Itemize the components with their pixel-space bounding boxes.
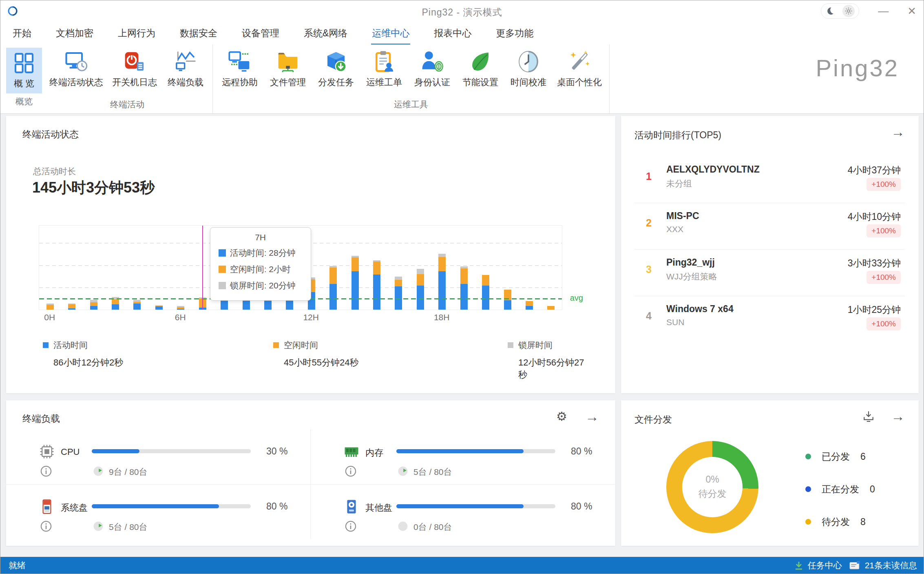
dist-legend-item[interactable]: 待分发8 bbox=[805, 514, 875, 529]
load-more-arrow-icon[interactable]: → bbox=[585, 410, 599, 423]
top5-item-4[interactable]: 4Windows 7 x64SUN1小时25分钟+100% bbox=[634, 296, 905, 342]
ribbon-button-distribute-box[interactable]: 分发任务 bbox=[313, 48, 359, 91]
legend-item[interactable]: 活动时间86小时12分钟2秒 bbox=[43, 339, 273, 381]
magic-wand-icon bbox=[568, 50, 591, 73]
ribbon-button-energy-leaf[interactable]: 节能设置 bbox=[458, 48, 503, 91]
metric-label: CPU bbox=[61, 447, 80, 457]
ribbon-button-label: 节能设置 bbox=[462, 76, 498, 89]
dist-legend-item[interactable]: 正在分发0 bbox=[805, 482, 875, 496]
overview-button[interactable]: 概 览 bbox=[6, 48, 42, 93]
avg-label: avg bbox=[570, 293, 583, 303]
menu-item-1[interactable]: 开始 bbox=[12, 24, 32, 42]
menu-item-5[interactable]: 设备管理 bbox=[241, 24, 280, 42]
distribute-box-icon bbox=[325, 50, 347, 73]
top5-item-1[interactable]: 1AELXQLYDYVOLTNZ未分组4小时37分钟+100% bbox=[634, 157, 905, 203]
dist-panel-title: 文件分发 bbox=[634, 413, 672, 426]
top5-item-2[interactable]: 2MIS-PCXXX4小时10分钟+100% bbox=[634, 203, 905, 250]
tooltip-row: 空闲时间: 2小时 bbox=[219, 264, 303, 275]
bar-21H[interactable] bbox=[497, 226, 518, 310]
ribbon: 概 览 概览 终端活动状态开关机日志终端负载终端活动远程协助文件管理分发任务运维… bbox=[0, 44, 924, 114]
moon-icon[interactable] bbox=[825, 7, 834, 16]
download-tray-icon[interactable] bbox=[862, 410, 875, 422]
legend-item[interactable]: 空闲时间45小时55分钟24秒 bbox=[273, 339, 508, 381]
x-tick-label: 0H bbox=[44, 312, 55, 322]
menu-item-6[interactable]: 系统&网络 bbox=[303, 24, 348, 42]
close-button[interactable]: ✕ bbox=[907, 6, 916, 16]
menu-item-4[interactable]: 数据安全 bbox=[179, 24, 218, 42]
metric-label: 系统盘 bbox=[61, 502, 88, 514]
rank-number: 1 bbox=[646, 171, 652, 182]
legend-item[interactable]: 锁屏时间12小时56分钟27秒 bbox=[508, 339, 585, 381]
distribution-donut-chart[interactable]: 0% 待分发 bbox=[666, 441, 758, 533]
bar-6H[interactable] bbox=[170, 226, 192, 310]
memory-icon bbox=[343, 443, 360, 460]
top5-more-arrow-icon[interactable]: → bbox=[891, 125, 905, 139]
bar-14H[interactable] bbox=[344, 226, 366, 310]
ribbon-button-magic-wand[interactable]: 桌面个性化 bbox=[554, 48, 605, 91]
info-icon[interactable] bbox=[40, 465, 52, 477]
progress-fill bbox=[92, 449, 139, 453]
bar-13H[interactable] bbox=[322, 226, 344, 310]
info-icon[interactable] bbox=[40, 521, 52, 532]
gear-icon[interactable]: ⚙ bbox=[556, 409, 567, 423]
unread-messages-button[interactable]: 21条未读信息 bbox=[849, 560, 917, 571]
bar-23H[interactable] bbox=[540, 226, 562, 310]
activity-time: 4小时10分钟 bbox=[848, 211, 901, 223]
delta-badge: +100% bbox=[867, 224, 901, 237]
ssd-icon bbox=[39, 499, 55, 515]
terminal-group: XXX bbox=[666, 224, 683, 234]
activity-bar-chart[interactable]: avg7H活动时间: 28分钟空闲时间: 2小时锁屏时间: 20分钟 bbox=[39, 225, 562, 310]
bar-4H[interactable] bbox=[126, 226, 148, 310]
dist-legend-count: 6 bbox=[860, 451, 866, 462]
activity-ranking-panel: 活动时间排行(TOP5) → 1AELXQLYDYVOLTNZ未分组4小时37分… bbox=[621, 116, 919, 393]
terminal-name: Ping32_wjj bbox=[666, 257, 715, 268]
bar-16H[interactable] bbox=[388, 226, 409, 310]
bar-17H[interactable] bbox=[409, 226, 431, 310]
ribbon-button-label: 运维工单 bbox=[366, 76, 402, 89]
top5-item-3[interactable]: 3Ping32_wjjWJJ分组策略3小时33分钟+100% bbox=[634, 250, 905, 296]
bar-22H[interactable] bbox=[518, 226, 540, 310]
theme-toggle[interactable] bbox=[821, 3, 859, 19]
bar-19H[interactable] bbox=[453, 226, 475, 310]
activity-panel-title: 终端活动状态 bbox=[22, 128, 79, 141]
task-center-button[interactable]: 任务中心 bbox=[794, 560, 842, 571]
bar-18H[interactable] bbox=[431, 226, 453, 310]
menu-item-2[interactable]: 文档加密 bbox=[55, 24, 94, 42]
delta-badge: +100% bbox=[867, 271, 901, 284]
bar-15H[interactable] bbox=[366, 226, 387, 310]
legend-chip-icon bbox=[43, 342, 49, 348]
bar-2H[interactable] bbox=[83, 226, 104, 310]
dist-more-arrow-icon[interactable]: → bbox=[891, 409, 905, 423]
bar-20H[interactable] bbox=[475, 226, 496, 310]
ribbon-button-monitor-clock[interactable]: 终端活动状态 bbox=[46, 48, 106, 91]
ribbon-button-remote-assist[interactable]: 远程协助 bbox=[217, 48, 263, 91]
bar-3H[interactable] bbox=[104, 226, 126, 310]
minimize-button[interactable]: — bbox=[878, 6, 889, 16]
dist-legend-item[interactable]: 已分发6 bbox=[805, 449, 875, 464]
ribbon-button-load-chart[interactable]: 终端负载 bbox=[163, 48, 208, 91]
cpu-icon bbox=[39, 443, 55, 460]
ribbon-button-identity-fingerprint[interactable]: 身份认证 bbox=[409, 48, 455, 91]
ribbon-button-time-clock[interactable]: 时间校准 bbox=[506, 48, 551, 91]
info-icon[interactable] bbox=[345, 521, 356, 532]
menu-item-7[interactable]: 运维中心 bbox=[371, 24, 410, 42]
bar-5H[interactable] bbox=[148, 226, 170, 310]
menu-bar: 开始文档加密上网行为数据安全设备管理系统&网络运维中心报表中心更多功能 bbox=[0, 22, 924, 44]
menu-item-8[interactable]: 报表中心 bbox=[433, 24, 472, 42]
chart-tooltip: 7H活动时间: 28分钟空闲时间: 2小时锁屏时间: 20分钟 bbox=[210, 227, 311, 301]
status-dot-up-icon bbox=[93, 521, 104, 532]
x-tick-label: 12H bbox=[303, 312, 319, 322]
delta-badge: +100% bbox=[867, 178, 901, 191]
ribbon-button-work-order[interactable]: 运维工单 bbox=[361, 48, 407, 91]
menu-item-9[interactable]: 更多功能 bbox=[495, 24, 534, 42]
legend-chip-icon bbox=[508, 342, 513, 348]
sun-icon[interactable] bbox=[842, 5, 855, 17]
ribbon-button-power-log[interactable]: 开关机日志 bbox=[109, 48, 160, 91]
brand-logo: Ping32 bbox=[610, 44, 924, 113]
ribbon-button-folder-manage[interactable]: 文件管理 bbox=[265, 48, 311, 91]
menu-item-3[interactable]: 上网行为 bbox=[117, 24, 156, 42]
info-icon[interactable] bbox=[345, 465, 356, 477]
bar-segment bbox=[373, 275, 380, 310]
bar-0H[interactable] bbox=[39, 226, 61, 310]
bar-1H[interactable] bbox=[61, 226, 82, 310]
